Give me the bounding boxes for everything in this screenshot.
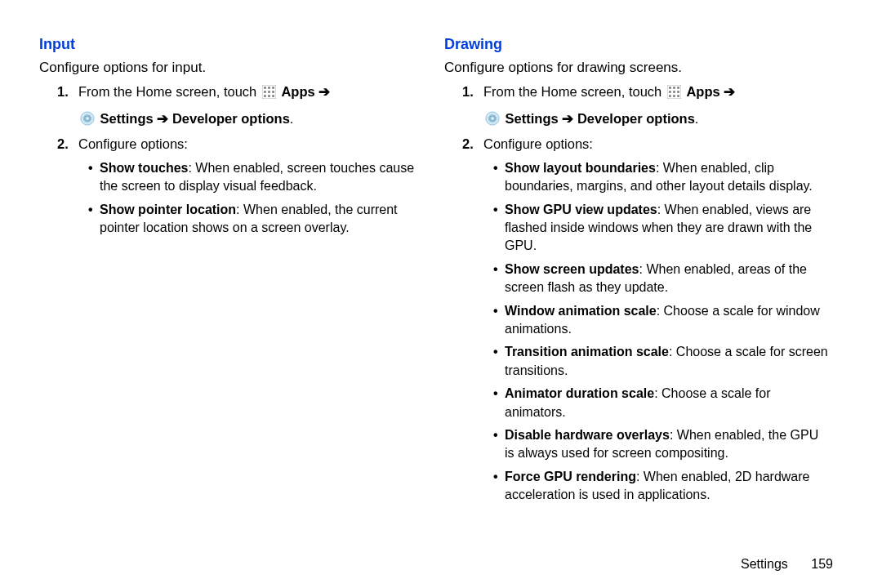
bullets-input: Show touches: When enabled, screen touch… [78,159,425,238]
bullet-term: Window animation scale [505,304,657,318]
path-line-1-r: Settings ➔ Developer options. [483,107,830,130]
list-item: Show GPU view updates: When enabled, vie… [493,201,830,256]
svg-rect-5 [268,91,270,93]
intro-input: Configure options for input. [39,60,425,76]
bullets-drawing: Show layout boundaries: When enabled, cl… [483,159,830,505]
settings-icon [485,111,500,126]
arrow-2: ➔ [157,111,168,126]
dev-options-label-r: Developer options [577,111,695,126]
bullet-term: Force GPU rendering [505,470,636,483]
list-item: Show layout boundaries: When enabled, cl… [493,159,830,196]
step1-pre-r: From the Home screen, touch [483,84,662,99]
footer-section: Settings [741,557,788,571]
bullet-term: Show layout boundaries [505,161,656,175]
bullet-term: Disable hardware overlays [505,428,670,442]
right-column: Drawing Configure options for drawing sc… [444,33,849,580]
list-item: Force GPU rendering: When enabled, 2D ha… [493,468,830,505]
svg-point-23 [491,117,494,120]
list-item: Show screen updates: When enabled, areas… [493,261,830,297]
apps-icon [262,85,276,99]
apps-icon [667,85,681,99]
step1-pre: From the Home screen, touch [78,84,256,99]
list-item: Transition animation scale: Choose a sca… [493,343,830,380]
list-item: Window animation scale: Choose a scale f… [493,302,830,339]
bullet-term: Show pointer location [100,203,236,216]
bullet-term: Show screen updates [505,262,639,276]
svg-rect-8 [268,95,270,97]
svg-rect-1 [264,87,266,89]
bullet-term: Transition animation scale [505,345,669,359]
svg-rect-4 [264,91,266,93]
step-1-input: From the Home screen, touch Apps ➔ [62,82,425,130]
svg-rect-14 [673,87,675,89]
arrow-2-r: ➔ [562,111,573,126]
list-item: Show touches: When enabled, screen touch… [88,159,425,196]
apps-label: Apps [281,84,314,99]
page: Input Configure options for input. From … [0,0,882,588]
bullet-term: Animator duration scale [505,386,654,400]
svg-rect-18 [677,91,679,93]
svg-rect-6 [272,91,274,93]
settings-label: Settings [100,111,154,126]
arrow-1-r: ➔ [724,84,735,99]
left-column: Input Configure options for input. From … [39,33,444,580]
list-item: Animator duration scale: Choose a scale … [493,385,830,421]
settings-icon [80,111,95,126]
apps-label-r: Apps [686,84,719,99]
period-1: . [290,111,294,126]
steps-input: From the Home screen, touch Apps ➔ [39,82,425,237]
svg-point-11 [86,117,89,120]
svg-rect-3 [272,87,274,89]
svg-rect-21 [677,95,679,97]
svg-rect-2 [268,87,270,89]
steps-drawing: From the Home screen, touch Apps ➔ [444,82,830,505]
step-1-drawing: From the Home screen, touch Apps ➔ [467,82,830,130]
list-item: Show pointer location: When enabled, the… [88,201,425,238]
heading-input: Input [39,36,425,53]
svg-rect-13 [669,87,671,89]
svg-rect-9 [272,95,274,97]
svg-rect-17 [673,91,675,93]
path-line-1: Settings ➔ Developer options. [78,107,425,130]
step2-text-r: Configure options: [483,136,593,151]
svg-rect-19 [669,95,671,97]
svg-rect-20 [673,95,675,97]
page-footer: Settings 159 [741,557,833,572]
list-item: Disable hardware overlays: When enabled,… [493,426,830,463]
period-1-r: . [695,111,699,126]
bullet-term: Show touches [100,161,188,175]
heading-drawing: Drawing [444,36,830,53]
step-2-drawing: Configure options: Show layout boundarie… [467,135,830,505]
svg-rect-16 [669,91,671,93]
svg-rect-7 [264,95,266,97]
footer-page: 159 [811,557,833,571]
settings-label-r: Settings [506,111,559,126]
step-2-input: Configure options: Show touches: When en… [62,135,425,237]
dev-options-label: Developer options [172,111,290,126]
bullet-term: Show GPU view updates [505,203,657,216]
arrow-1: ➔ [318,84,330,99]
svg-rect-15 [677,87,679,89]
step2-text: Configure options: [78,136,188,151]
intro-drawing: Configure options for drawing screens. [444,60,830,76]
